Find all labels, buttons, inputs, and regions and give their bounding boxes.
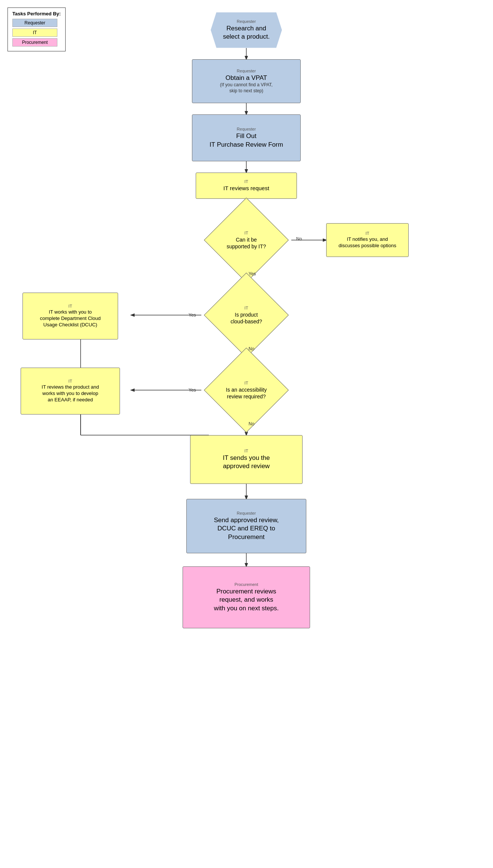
legend-procurement: Procurement [12,38,57,47]
page-container: Tasks Performed By: Requester IT Procure… [0,0,493,868]
node-can-support: IT Can it besupported by IT? [216,210,276,270]
node-it-notifies: IT IT notifies you, anddiscusses possibl… [326,223,409,257]
node-accessibility: IT Is an accessibilityreview required? [216,360,276,420]
node-eeaap: IT IT reviews the product andworks with … [21,368,120,414]
label-no-can-support: No [296,236,302,242]
node-it-reviews: IT IT reviews request [196,173,297,199]
node-approved-review: IT IT sends you theapproved review [190,435,303,484]
legend-it: IT [12,29,57,37]
node-cloud-based: IT Is productcloud-based? [216,285,276,345]
legend-requester: Requester [12,19,57,27]
label-yes-accessibility: Yes [189,387,196,393]
node-start: Requester Research andselect a product. [211,11,282,49]
node-proc-reviews: Procurement Procurement reviewsrequest, … [183,566,310,628]
legend: Tasks Performed By: Requester IT Procure… [7,8,66,51]
node-vpat: Requester Obtain a VPAT (If you cannot f… [192,59,301,103]
node-dcuc: IT IT works with you tocomplete Departme… [22,293,118,339]
label-no-accessibility: No [249,421,254,426]
node-send-procurement: Requester Send approved review,DCUC and … [186,499,306,553]
node-fill-form: Requester Fill OutIT Purchase Review For… [192,114,301,161]
legend-title: Tasks Performed By: [12,11,61,17]
label-yes-cloud: Yes [189,312,196,318]
